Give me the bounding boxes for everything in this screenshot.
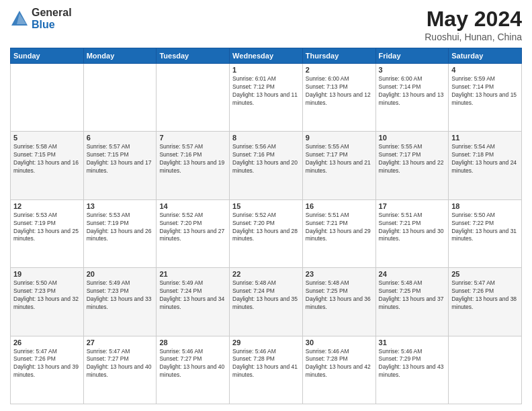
day-number: 1 [232, 66, 300, 74]
day-number: 20 [87, 270, 154, 278]
weekday-header-wednesday: Wednesday [230, 48, 303, 64]
calendar-cell: 3Sunrise: 6:00 AMSunset: 7:14 PMDaylight… [375, 64, 449, 132]
day-info: Sunrise: 5:47 AMSunset: 7:26 PMDaylight:… [13, 348, 81, 380]
calendar-cell: 6Sunrise: 5:57 AMSunset: 7:15 PMDaylight… [83, 132, 157, 199]
page: General Blue May 2024 Ruoshui, Hunan, Ch… [0, 0, 532, 411]
day-number: 22 [232, 270, 300, 278]
weekday-header-thursday: Thursday [302, 48, 375, 64]
day-number: 10 [379, 134, 446, 142]
day-info: Sunrise: 5:52 AMSunset: 7:20 PMDaylight:… [232, 212, 300, 244]
calendar-cell: 14Sunrise: 5:52 AMSunset: 7:20 PMDayligh… [157, 199, 230, 267]
day-info: Sunrise: 5:51 AMSunset: 7:21 PMDaylight:… [379, 212, 446, 244]
weekday-header-monday: Monday [83, 48, 157, 64]
day-info: Sunrise: 5:57 AMSunset: 7:16 PMDaylight:… [159, 143, 226, 175]
day-info: Sunrise: 5:48 AMSunset: 7:25 PMDaylight:… [306, 279, 373, 312]
day-info: Sunrise: 5:49 AMSunset: 7:24 PMDaylight:… [159, 279, 226, 312]
day-info: Sunrise: 6:00 AMSunset: 7:14 PMDaylight:… [379, 75, 446, 107]
calendar-cell: 25Sunrise: 5:47 AMSunset: 7:26 PMDayligh… [449, 268, 522, 336]
weekday-header-friday: Friday [375, 48, 449, 64]
day-number: 27 [87, 338, 154, 347]
day-info: Sunrise: 5:56 AMSunset: 7:16 PMDaylight:… [232, 143, 300, 175]
calendar-cell: 24Sunrise: 5:48 AMSunset: 7:25 PMDayligh… [375, 268, 449, 336]
day-info: Sunrise: 5:53 AMSunset: 7:19 PMDaylight:… [13, 212, 81, 244]
day-number: 14 [159, 202, 226, 210]
calendar-cell: 4Sunrise: 5:59 AMSunset: 7:14 PMDaylight… [449, 64, 522, 132]
day-info: Sunrise: 5:50 AMSunset: 7:22 PMDaylight:… [451, 212, 519, 244]
calendar-cell: 12Sunrise: 5:53 AMSunset: 7:19 PMDayligh… [11, 199, 84, 267]
day-info: Sunrise: 5:58 AMSunset: 7:15 PMDaylight:… [13, 143, 81, 175]
day-number: 7 [159, 134, 226, 142]
weekday-header-tuesday: Tuesday [157, 48, 230, 64]
calendar-cell: 15Sunrise: 5:52 AMSunset: 7:20 PMDayligh… [230, 199, 303, 267]
calendar-cell: 26Sunrise: 5:47 AMSunset: 7:26 PMDayligh… [11, 336, 84, 404]
day-number: 8 [232, 134, 300, 142]
calendar-cell: 23Sunrise: 5:48 AMSunset: 7:25 PMDayligh… [302, 268, 375, 336]
logo-blue-text: Blue [32, 19, 72, 31]
day-info: Sunrise: 5:48 AMSunset: 7:24 PMDaylight:… [232, 279, 300, 312]
calendar-cell: 10Sunrise: 5:55 AMSunset: 7:17 PMDayligh… [375, 132, 449, 199]
day-number: 17 [379, 202, 446, 210]
header: General Blue May 2024 Ruoshui, Hunan, Ch… [10, 7, 522, 42]
calendar-cell: 31Sunrise: 5:46 AMSunset: 7:29 PMDayligh… [375, 336, 449, 404]
calendar-cell: 27Sunrise: 5:47 AMSunset: 7:27 PMDayligh… [83, 336, 157, 404]
day-number: 11 [451, 134, 519, 142]
logo-text: General Blue [32, 7, 72, 30]
day-info: Sunrise: 5:51 AMSunset: 7:21 PMDaylight:… [306, 212, 373, 244]
day-number: 29 [232, 338, 300, 347]
page-subtitle: Ruoshui, Hunan, China [425, 32, 522, 42]
day-info: Sunrise: 5:55 AMSunset: 7:17 PMDaylight:… [306, 143, 373, 175]
day-number: 31 [379, 338, 446, 347]
day-info: Sunrise: 5:55 AMSunset: 7:17 PMDaylight:… [379, 143, 446, 175]
day-number: 2 [306, 66, 373, 74]
calendar-cell: 11Sunrise: 5:54 AMSunset: 7:18 PMDayligh… [449, 132, 522, 199]
day-number: 30 [306, 338, 373, 347]
day-number: 21 [159, 270, 226, 278]
day-number: 18 [451, 202, 519, 210]
day-number: 5 [13, 134, 81, 142]
logo: General Blue [10, 7, 72, 30]
day-info: Sunrise: 5:48 AMSunset: 7:25 PMDaylight:… [379, 279, 446, 312]
calendar-cell: 2Sunrise: 6:00 AMSunset: 7:13 PMDaylight… [302, 64, 375, 132]
calendar-cell [83, 64, 157, 132]
page-title: May 2024 [425, 7, 522, 32]
day-number: 28 [159, 338, 226, 347]
logo-general-text: General [32, 7, 72, 19]
day-number: 15 [232, 202, 300, 210]
day-info: Sunrise: 5:46 AMSunset: 7:28 PMDaylight:… [232, 348, 300, 380]
calendar-cell: 5Sunrise: 5:58 AMSunset: 7:15 PMDaylight… [11, 132, 84, 199]
day-number: 12 [13, 202, 81, 210]
day-info: Sunrise: 5:46 AMSunset: 7:29 PMDaylight:… [379, 348, 446, 380]
calendar-cell: 19Sunrise: 5:50 AMSunset: 7:23 PMDayligh… [11, 268, 84, 336]
day-number: 23 [306, 270, 373, 278]
day-number: 13 [87, 202, 154, 210]
calendar-cell: 1Sunrise: 6:01 AMSunset: 7:12 PMDaylight… [230, 64, 303, 132]
calendar-cell: 30Sunrise: 5:46 AMSunset: 7:28 PMDayligh… [302, 336, 375, 404]
day-info: Sunrise: 5:50 AMSunset: 7:23 PMDaylight:… [13, 279, 81, 312]
day-number: 24 [379, 270, 446, 278]
day-info: Sunrise: 5:47 AMSunset: 7:26 PMDaylight:… [451, 279, 519, 312]
day-number: 19 [13, 270, 81, 278]
calendar-cell: 17Sunrise: 5:51 AMSunset: 7:21 PMDayligh… [375, 199, 449, 267]
logo-icon [10, 9, 29, 28]
calendar-cell: 28Sunrise: 5:46 AMSunset: 7:27 PMDayligh… [157, 336, 230, 404]
day-info: Sunrise: 5:54 AMSunset: 7:18 PMDaylight:… [451, 143, 519, 175]
day-number: 9 [306, 134, 373, 142]
calendar-cell: 22Sunrise: 5:48 AMSunset: 7:24 PMDayligh… [230, 268, 303, 336]
day-info: Sunrise: 5:46 AMSunset: 7:27 PMDaylight:… [159, 348, 226, 380]
calendar-cell: 29Sunrise: 5:46 AMSunset: 7:28 PMDayligh… [230, 336, 303, 404]
day-info: Sunrise: 5:57 AMSunset: 7:15 PMDaylight:… [87, 143, 154, 175]
calendar-cell: 8Sunrise: 5:56 AMSunset: 7:16 PMDaylight… [230, 132, 303, 199]
calendar-cell [157, 64, 230, 132]
day-info: Sunrise: 5:53 AMSunset: 7:19 PMDaylight:… [87, 212, 154, 244]
calendar-cell [449, 336, 522, 404]
day-info: Sunrise: 5:52 AMSunset: 7:20 PMDaylight:… [159, 212, 226, 244]
weekday-header-saturday: Saturday [449, 48, 522, 64]
day-number: 4 [451, 66, 519, 74]
calendar-cell: 21Sunrise: 5:49 AMSunset: 7:24 PMDayligh… [157, 268, 230, 336]
calendar-cell: 7Sunrise: 5:57 AMSunset: 7:16 PMDaylight… [157, 132, 230, 199]
calendar-cell: 9Sunrise: 5:55 AMSunset: 7:17 PMDaylight… [302, 132, 375, 199]
day-number: 6 [87, 134, 154, 142]
calendar-table: SundayMondayTuesdayWednesdayThursdayFrid… [10, 48, 522, 404]
day-info: Sunrise: 5:46 AMSunset: 7:28 PMDaylight:… [306, 348, 373, 380]
day-number: 26 [13, 338, 81, 347]
